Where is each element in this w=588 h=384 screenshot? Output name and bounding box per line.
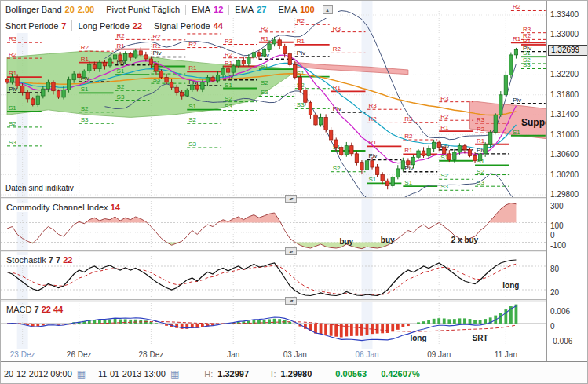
svg-text:R3: R3: [440, 95, 449, 102]
x-axis-label: 11 Jan: [495, 350, 517, 359]
svg-text:R2: R2: [9, 51, 17, 58]
collapse-chart-button[interactable]: ▴: [323, 5, 333, 14]
high-label: H:: [204, 369, 213, 379]
trading-chart-window: PivR1R2R3S1S2S3PivR1R2R3S1S2S3PivR1R2R3S…: [0, 0, 588, 384]
svg-text:Piv: Piv: [9, 86, 17, 93]
svg-text:S1: S1: [369, 176, 377, 183]
svg-text:buy: buy: [381, 236, 395, 244]
indicator-legend[interactable]: Pivot Punkt Täglich: [106, 5, 180, 14]
macd-panel-label: MACD 7 22 44: [4, 305, 65, 314]
panel-resize-handle[interactable]: ▴▾: [285, 247, 297, 255]
svg-text:S2: S2: [81, 105, 89, 112]
stochastic-panel-canvas[interactable]: long: [1, 252, 546, 299]
svg-text:S3: S3: [261, 89, 268, 96]
svg-text:S1: S1: [225, 82, 232, 89]
svg-text:R2: R2: [477, 126, 485, 133]
svg-text:R2: R2: [440, 113, 449, 120]
panel-resize-handle[interactable]: ▴▾: [285, 195, 297, 203]
svg-text:R1: R1: [477, 137, 485, 144]
svg-text:R1: R1: [225, 60, 233, 67]
svg-text:R2: R2: [81, 44, 89, 51]
x-axis-label: 26 Dez: [67, 350, 92, 359]
svg-text:S2: S2: [333, 165, 341, 172]
setting-name: Long Periode: [78, 21, 129, 31]
svg-text:S1: S1: [523, 49, 531, 57]
axis-label: -100: [550, 241, 566, 250]
indicator-param: 27: [257, 5, 266, 14]
svg-text:SRT: SRT: [473, 334, 488, 342]
svg-text:long: long: [410, 334, 426, 342]
indicator-name: EMA: [192, 5, 210, 14]
svg-text:R2: R2: [523, 32, 531, 39]
svg-text:R3: R3: [369, 102, 378, 109]
oscillator-setting[interactable]: Long Periode22: [78, 21, 142, 31]
panel-resize-handle[interactable]: ▴▾: [285, 297, 297, 305]
date-from[interactable]: 20-12-2012 09:00: [4, 369, 72, 379]
indicator-legend[interactable]: EMA12: [192, 5, 223, 14]
svg-text:R1: R1: [333, 84, 341, 91]
axis-label: 1.30200: [550, 170, 579, 179]
svg-text:Piv: Piv: [152, 49, 161, 57]
svg-text:S3: S3: [523, 61, 531, 68]
panel-divider: ▴▾: [1, 299, 546, 302]
x-axis-label: 09 Jan: [427, 350, 451, 359]
svg-text:R1: R1: [513, 35, 521, 42]
indicator-legend[interactable]: EMA100: [278, 5, 314, 14]
svg-text:R1: R1: [440, 124, 449, 131]
low-value: 1.29980: [281, 369, 312, 379]
svg-text:S1: S1: [297, 70, 305, 77]
macd-panel-canvas[interactable]: longSRT: [1, 302, 546, 349]
svg-text:R1: R1: [9, 70, 17, 77]
svg-text:R2: R2: [513, 3, 521, 10]
change-percent: 0.42607%: [381, 369, 420, 379]
svg-text:R3: R3: [9, 35, 17, 42]
panel-divider: ▴▾: [1, 250, 546, 252]
toolbar-separator: [148, 20, 148, 31]
svg-text:R1: R1: [117, 42, 126, 49]
indicator-legend[interactable]: EMA27: [235, 5, 266, 14]
svg-text:S2: S2: [477, 168, 484, 175]
svg-text:buy: buy: [339, 237, 353, 246]
x-axis-label: 23 Dez: [10, 350, 35, 359]
panel-divider: ▴▾: [1, 197, 546, 199]
calendar-icon[interactable]: ▦: [170, 369, 179, 379]
indicator-name: Pivot Punkt Täglich: [106, 5, 180, 14]
setting-value: 7: [61, 21, 66, 31]
oscillator-setting[interactable]: Short Periode7: [5, 21, 66, 31]
setting-value: 22: [133, 21, 142, 31]
svg-text:S2: S2: [188, 116, 196, 123]
x-axis-label: 03 Jan: [283, 350, 307, 359]
toolbar-separator: [185, 5, 186, 15]
axis-label: 1.32200: [550, 70, 579, 79]
svg-text:S1: S1: [9, 104, 16, 112]
date-to[interactable]: 11-01-2013 13:00: [98, 369, 166, 379]
panel-param: 44: [53, 305, 63, 314]
svg-text:S3: S3: [81, 116, 89, 123]
axis-label: 1.31400: [550, 110, 579, 119]
panel-param: 7: [56, 255, 60, 265]
indicator-legend[interactable]: Bollinger Band202.00: [5, 5, 94, 14]
axis-label: 300: [550, 202, 564, 210]
svg-text:Piv: Piv: [369, 152, 378, 159]
svg-text:2 x buy: 2 x buy: [451, 236, 479, 244]
axis-label: 20: [550, 288, 559, 297]
svg-text:R2: R2: [333, 46, 341, 53]
panel-title: MACD: [6, 305, 31, 314]
current-price-tag: 1.32699: [548, 45, 588, 56]
panel-title: Stochastik: [6, 255, 46, 265]
calendar-icon[interactable]: ▦: [77, 369, 86, 379]
svg-text:S2: S2: [440, 172, 448, 179]
svg-text:R1: R1: [81, 56, 89, 63]
axis-label: 1.33000: [550, 30, 579, 38]
axis-label: 0: [550, 322, 555, 331]
svg-text:S1: S1: [81, 86, 89, 93]
svg-text:S3: S3: [117, 93, 125, 101]
indicator-param: 2.00: [78, 5, 94, 14]
panel-param: 14: [111, 203, 120, 212]
svg-text:S3: S3: [440, 183, 448, 190]
x-axis-label: Jan: [227, 350, 239, 359]
svg-text:long: long: [502, 281, 519, 290]
svg-text:R3: R3: [333, 25, 341, 32]
oscillator-setting[interactable]: Signal Periode44: [154, 21, 223, 31]
axis-label: 1.31000: [550, 130, 579, 139]
